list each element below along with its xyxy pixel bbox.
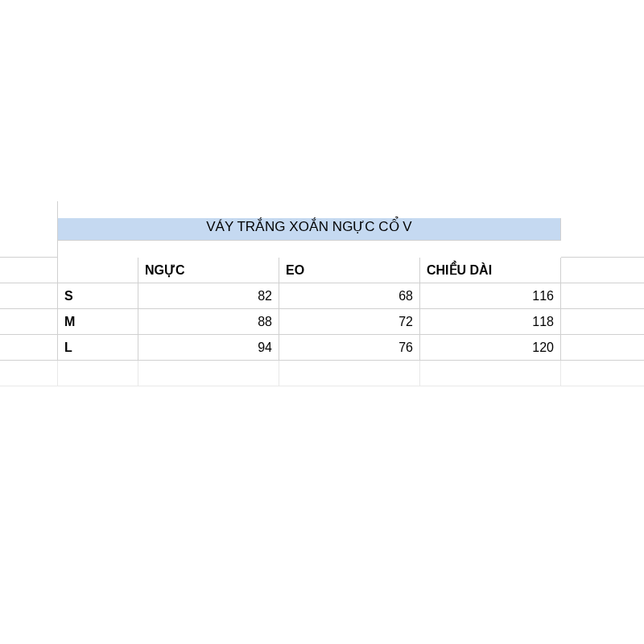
header-nguc[interactable]: NGỰC: [138, 258, 279, 283]
cell-empty[interactable]: [561, 335, 644, 361]
cell-empty[interactable]: [420, 361, 561, 386]
data-cell[interactable]: 76: [279, 335, 420, 361]
table-title: VÁY TRẮNG XOẮN NGỰC CỔ V: [206, 218, 411, 235]
data-cell[interactable]: 82: [138, 283, 279, 309]
data-cell[interactable]: 72: [279, 309, 420, 335]
header-eo[interactable]: EO: [279, 258, 420, 283]
data-cell[interactable]: 120: [420, 335, 561, 361]
cell-empty[interactable]: [561, 283, 644, 309]
table-row: L 94 76 120: [0, 335, 644, 361]
cell-empty[interactable]: [561, 309, 644, 335]
data-cell[interactable]: 88: [138, 309, 279, 335]
cell-empty[interactable]: [58, 361, 138, 386]
table-row: S 82 68 116: [0, 283, 644, 309]
cell-empty[interactable]: [561, 258, 644, 283]
size-label[interactable]: L: [58, 335, 138, 361]
header-row: NGỰC EO CHIỀU DÀI: [0, 258, 644, 283]
data-cell[interactable]: 94: [138, 335, 279, 361]
cell-empty[interactable]: [0, 258, 58, 283]
cell-empty[interactable]: [279, 361, 420, 386]
size-label[interactable]: S: [58, 283, 138, 309]
header-chieudai[interactable]: CHIỀU DÀI: [420, 258, 561, 283]
cell-empty[interactable]: [0, 361, 58, 386]
cell-empty[interactable]: [0, 335, 58, 361]
header-size[interactable]: [58, 258, 138, 283]
cell-empty[interactable]: [561, 361, 644, 386]
title-cell[interactable]: VÁY TRẮNG XOẮN NGỰC CỔ V: [58, 218, 561, 241]
cell-empty[interactable]: [138, 361, 279, 386]
empty-row: [0, 361, 644, 386]
table-row: M 88 72 118: [0, 309, 644, 335]
spreadsheet-table: VÁY TRẮNG XOẮN NGỰC CỔ V NGỰC EO CHIỀU D…: [0, 201, 644, 386]
size-label[interactable]: M: [58, 309, 138, 335]
cell-empty[interactable]: [561, 201, 644, 258]
cell-empty[interactable]: [0, 309, 58, 335]
title-row: VÁY TRẮNG XOẮN NGỰC CỔ V: [0, 201, 644, 258]
data-cell[interactable]: 68: [279, 283, 420, 309]
cell-empty[interactable]: [0, 283, 58, 309]
data-cell[interactable]: 118: [420, 309, 561, 335]
data-cell[interactable]: 116: [420, 283, 561, 309]
cell-empty[interactable]: [0, 201, 58, 258]
